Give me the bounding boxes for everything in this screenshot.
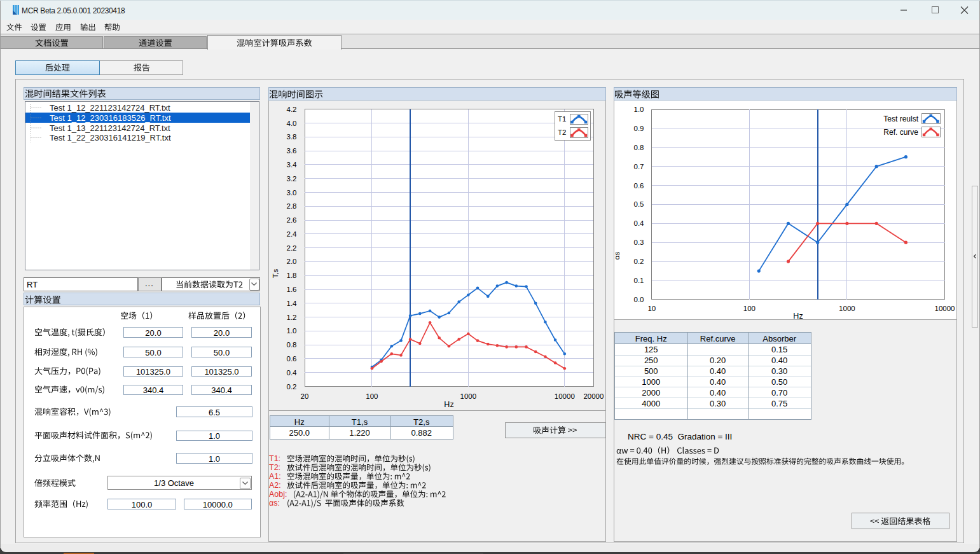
svg-text:0.8: 0.8: [634, 144, 644, 151]
svg-text:0.2: 0.2: [634, 258, 644, 265]
svg-text:0.1: 0.1: [634, 277, 644, 284]
svg-text:10000: 10000: [935, 305, 955, 312]
svg-text:100: 100: [743, 305, 756, 312]
svg-text:0.0: 0.0: [634, 296, 644, 303]
svg-text:0.5: 0.5: [634, 200, 644, 208]
svg-text:1000: 1000: [839, 305, 855, 312]
svg-text:αs: αs: [613, 252, 621, 260]
svg-text:Test reulst: Test reulst: [883, 114, 918, 123]
svg-text:1.0: 1.0: [634, 106, 644, 113]
svg-text:Hz: Hz: [793, 312, 803, 321]
svg-text:Ref. curve: Ref. curve: [883, 128, 918, 137]
svg-text:0.3: 0.3: [634, 239, 644, 246]
svg-text:10: 10: [647, 305, 656, 312]
svg-text:0.4: 0.4: [634, 219, 645, 227]
svg-text:0.6: 0.6: [634, 182, 644, 190]
svg-text:0.7: 0.7: [634, 163, 644, 170]
svg-text:0.9: 0.9: [634, 125, 644, 132]
